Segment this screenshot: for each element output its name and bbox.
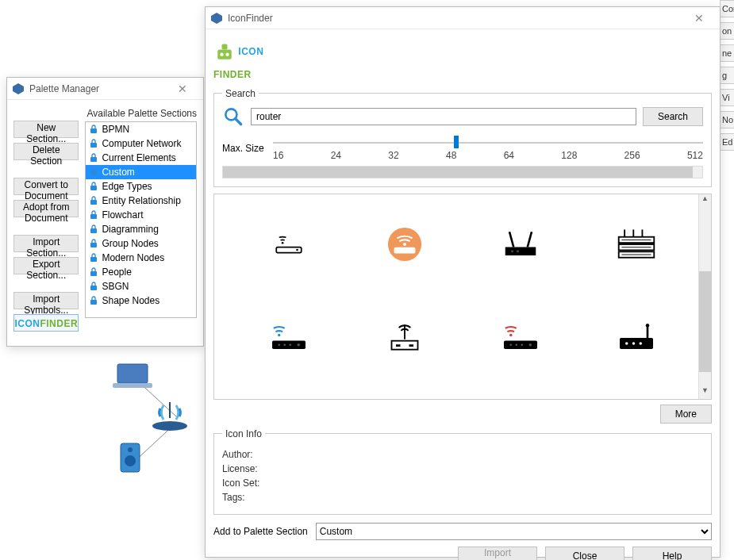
svg-point-69 bbox=[625, 342, 628, 345]
slider-tick: 128 bbox=[561, 150, 577, 161]
palette-manager-titlebar[interactable]: Palette Manager ✕ bbox=[7, 78, 203, 100]
svg-marker-23 bbox=[211, 13, 222, 24]
palette-section-select[interactable]: Custom bbox=[316, 523, 712, 540]
svg-rect-24 bbox=[217, 49, 232, 59]
icon-result-wifi-router-minimal[interactable] bbox=[238, 209, 340, 280]
max-size-slider[interactable]: 1624324864128256512 bbox=[273, 136, 703, 161]
vertical-scrollbar[interactable]: ▲ ▼ bbox=[698, 194, 711, 399]
svg-line-29 bbox=[236, 118, 241, 124]
svg-rect-10 bbox=[90, 128, 97, 133]
side-fragment: ne bbox=[720, 44, 734, 62]
slider-tick: 16 bbox=[273, 150, 283, 161]
adopt-from-document-button[interactable]: Adopt from Document bbox=[13, 200, 79, 217]
available-palettes-label: Available Palette Sections bbox=[85, 108, 197, 119]
palette-list[interactable]: BPMNComputer NetworkCurrent ElementsCust… bbox=[85, 121, 197, 318]
slider-thumb[interactable] bbox=[454, 136, 459, 148]
iconfinder-launch-button[interactable]: ICONFINDER bbox=[13, 314, 79, 332]
palette-item-bpmn[interactable]: BPMN bbox=[86, 122, 196, 136]
palette-item-custom[interactable]: Custom bbox=[86, 165, 196, 179]
scroll-up-icon[interactable]: ▲ bbox=[699, 194, 711, 207]
svg-rect-22 bbox=[90, 300, 97, 305]
icon-results-panel: ▲ ▼ bbox=[213, 194, 712, 400]
search-button[interactable]: Search bbox=[643, 107, 703, 126]
more-button[interactable]: More bbox=[660, 405, 712, 424]
scroll-thumb[interactable] bbox=[699, 271, 711, 372]
palette-item-sbgn[interactable]: SBGN bbox=[86, 279, 196, 293]
close-icon[interactable]: ✕ bbox=[167, 82, 198, 95]
new-section-button[interactable]: New Section... bbox=[13, 121, 79, 138]
palette-item-label: SBGN bbox=[102, 281, 129, 292]
svg-point-32 bbox=[296, 249, 298, 251]
iconfinder-window: IconFinder ✕ ICONFINDER Search Search bbox=[205, 6, 721, 558]
palette-item-label: Custom bbox=[102, 167, 134, 178]
svg-rect-16 bbox=[90, 214, 97, 219]
side-fragment: g bbox=[720, 67, 734, 84]
iconfinder-titlebar[interactable]: IconFinder ✕ bbox=[206, 7, 720, 29]
info-tags-label: Tags: bbox=[222, 492, 703, 503]
svg-rect-20 bbox=[90, 271, 97, 276]
palette-item-edge-types[interactable]: Edge Types bbox=[86, 179, 196, 194]
svg-point-25 bbox=[220, 52, 223, 56]
horizontal-scrollbar[interactable] bbox=[222, 166, 703, 178]
svg-rect-14 bbox=[90, 186, 97, 190]
icon-result-wifi-router-orange-circle[interactable] bbox=[354, 209, 455, 280]
svg-rect-11 bbox=[90, 143, 97, 148]
icon-result-router-stacked[interactable] bbox=[586, 209, 687, 280]
palette-item-shape-nodes[interactable]: Shape Nodes bbox=[86, 293, 196, 308]
side-fragment: Computer bbox=[720, 0, 734, 17]
icon-result-router-red-signal[interactable] bbox=[470, 302, 571, 374]
svg-rect-61 bbox=[504, 340, 537, 349]
svg-rect-17 bbox=[90, 228, 97, 233]
close-button[interactable]: Close bbox=[545, 547, 624, 560]
palette-item-flowchart[interactable]: Flowchart bbox=[86, 208, 196, 222]
svg-point-70 bbox=[632, 342, 636, 345]
delete-section-button[interactable]: Delete Section bbox=[13, 143, 79, 160]
export-section-button[interactable]: Export Section... bbox=[13, 257, 79, 274]
palette-item-label: Diagramming bbox=[102, 224, 158, 235]
slider-tick: 256 bbox=[624, 150, 640, 161]
convert-to-document-button[interactable]: Convert to Document bbox=[13, 178, 79, 195]
scroll-down-icon[interactable]: ▼ bbox=[699, 386, 711, 399]
side-fragment: Vi bbox=[720, 89, 734, 106]
svg-point-53 bbox=[283, 343, 286, 346]
search-fieldset: Search Search Max. Size 1624324864128256… bbox=[213, 88, 712, 187]
info-license-label: License: bbox=[222, 463, 703, 474]
max-size-label: Max. Size bbox=[222, 143, 273, 154]
import-symbols-dialog-button[interactable]: Import Symbols bbox=[458, 547, 537, 560]
robot-logo-icon bbox=[213, 41, 236, 63]
icon-result-router-solid-dots[interactable] bbox=[586, 302, 687, 374]
close-icon[interactable]: ✕ bbox=[683, 12, 715, 25]
palette-manager-title: Palette Manager bbox=[29, 83, 99, 94]
import-section-button[interactable]: Import Section... bbox=[13, 235, 79, 252]
svg-point-65 bbox=[529, 343, 532, 347]
palette-item-label: Group Nodes bbox=[102, 238, 158, 249]
svg-point-55 bbox=[298, 343, 301, 347]
svg-rect-57 bbox=[392, 340, 418, 349]
import-symbols-button[interactable]: Import Symbols... bbox=[13, 292, 79, 309]
icon-info-legend: Icon Info bbox=[222, 428, 265, 439]
palette-item-label: Flowchart bbox=[102, 209, 143, 221]
palette-item-entity-relationship[interactable]: Entity Relationship bbox=[86, 194, 196, 208]
palette-item-label: Entity Relationship bbox=[102, 195, 180, 206]
app-icon bbox=[12, 82, 25, 95]
svg-point-34 bbox=[403, 243, 406, 246]
palette-item-diagramming[interactable]: Diagramming bbox=[86, 222, 196, 236]
palette-item-current-elements[interactable]: Current Elements bbox=[86, 151, 196, 165]
search-legend: Search bbox=[222, 88, 259, 99]
palette-item-group-nodes[interactable]: Group Nodes bbox=[86, 236, 196, 251]
help-button[interactable]: Help bbox=[632, 547, 712, 560]
icon-result-wifi-router-blue-signal[interactable] bbox=[238, 302, 340, 374]
slider-tick: 32 bbox=[388, 150, 398, 161]
palette-item-modern-nodes[interactable]: Modern Nodes bbox=[86, 251, 196, 265]
palette-item-label: Edge Types bbox=[102, 181, 152, 192]
search-input[interactable] bbox=[251, 108, 636, 125]
svg-rect-59 bbox=[409, 344, 414, 347]
icon-result-router-line-antenna[interactable] bbox=[354, 302, 455, 374]
icon-result-router-antennas-black[interactable] bbox=[470, 209, 571, 280]
palette-item-people[interactable]: People bbox=[86, 265, 196, 279]
svg-point-54 bbox=[289, 343, 291, 346]
svg-point-39 bbox=[511, 250, 513, 252]
palette-item-label: Current Elements bbox=[102, 152, 175, 163]
svg-point-40 bbox=[517, 250, 519, 252]
palette-item-computer-network[interactable]: Computer Network bbox=[86, 136, 196, 151]
